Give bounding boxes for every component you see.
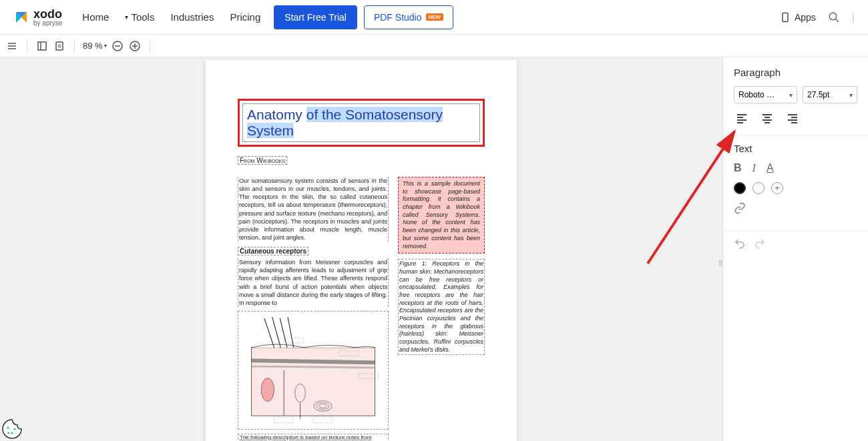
separator bbox=[74, 39, 75, 53]
paragraph-section-title: Paragraph bbox=[734, 67, 857, 78]
document-area[interactable]: Anatomy of the Somatosensory System From… bbox=[0, 57, 722, 441]
underline-button[interactable]: A bbox=[767, 162, 774, 174]
subheading-cutaneous[interactable]: Cutaneous receptors bbox=[238, 247, 308, 256]
svg-point-1 bbox=[785, 20, 785, 21]
font-row: Roboto … ▾ 27.5pt ▾ bbox=[734, 86, 857, 103]
zoom-value: 89 % bbox=[83, 41, 103, 51]
svg-line-15 bbox=[272, 317, 281, 348]
svg-rect-26 bbox=[274, 418, 294, 423]
header: xodo by apryse Home ▾ Tools Industries P… bbox=[0, 0, 868, 35]
chevron-down-icon: ▾ bbox=[849, 91, 853, 99]
svg-point-18 bbox=[261, 378, 274, 402]
svg-line-14 bbox=[264, 318, 274, 348]
logo-subtitle: by apryse bbox=[33, 20, 62, 27]
add-color-button[interactable]: + bbox=[771, 182, 783, 194]
separator bbox=[150, 39, 150, 53]
font-size-select[interactable]: 27.5pt ▾ bbox=[803, 86, 857, 103]
divider bbox=[723, 135, 868, 136]
apps-link[interactable]: Apps bbox=[780, 12, 816, 23]
nav-tools-label: Tools bbox=[131, 11, 154, 23]
svg-rect-27 bbox=[313, 418, 333, 423]
svg-point-30 bbox=[11, 432, 13, 434]
new-badge: NEW bbox=[426, 13, 444, 21]
right-column: This is a sample document to showcase pa… bbox=[398, 177, 485, 441]
nav-pricing[interactable]: Pricing bbox=[230, 11, 260, 23]
font-size-value: 27.5pt bbox=[807, 90, 829, 99]
font-family-select[interactable]: Roboto … ▾ bbox=[734, 86, 797, 103]
cookie-icon[interactable] bbox=[0, 417, 24, 441]
left-column: Our somatosensory system consists of sen… bbox=[238, 177, 389, 441]
svg-rect-6 bbox=[56, 42, 63, 50]
divider-icon: | bbox=[852, 11, 855, 23]
nav-tools[interactable]: ▾ Tools bbox=[125, 11, 154, 23]
chevron-down-icon: ▾ bbox=[789, 91, 793, 99]
svg-point-31 bbox=[14, 428, 16, 430]
svg-point-29 bbox=[7, 427, 9, 429]
svg-rect-4 bbox=[38, 42, 46, 50]
header-right: Apps | bbox=[780, 11, 855, 23]
logo-text: xodo by apryse bbox=[33, 8, 62, 27]
mobile-icon bbox=[780, 12, 791, 23]
search-icon[interactable] bbox=[828, 11, 840, 23]
start-trial-button[interactable]: Start Free Trial bbox=[274, 5, 357, 29]
panel-drag-handle[interactable]: || bbox=[718, 250, 723, 276]
sample-note-box[interactable]: This is a sample document to showcase pa… bbox=[398, 177, 485, 254]
italic-button[interactable]: I bbox=[752, 162, 756, 174]
text-section-title: Text bbox=[734, 143, 857, 154]
figure-skin-receptors[interactable] bbox=[238, 311, 389, 430]
source-line[interactable]: From Wikibooks bbox=[238, 156, 287, 165]
divider bbox=[723, 230, 868, 231]
color-row: + bbox=[734, 182, 857, 194]
properties-panel: || Paragraph Roboto … ▾ 27.5pt ▾ Text B … bbox=[722, 57, 868, 441]
svg-line-3 bbox=[835, 19, 839, 22]
nav-home[interactable]: Home bbox=[82, 11, 109, 23]
nav-industries[interactable]: Industries bbox=[170, 11, 214, 23]
undo-redo-group bbox=[734, 238, 857, 250]
logo-name: xodo bbox=[33, 8, 62, 20]
figure-caption[interactable]: Figure 1: Receptors in the human skin: M… bbox=[398, 259, 485, 355]
color-swatch-black[interactable] bbox=[734, 182, 746, 194]
align-left-button[interactable] bbox=[734, 110, 750, 126]
svg-point-7 bbox=[58, 45, 61, 47]
figure-label: Figure 1: bbox=[399, 260, 427, 267]
title-input[interactable]: Anatomy of the Somatosensory System bbox=[242, 103, 480, 142]
zoom-out-icon[interactable] bbox=[111, 39, 124, 53]
undo-button[interactable] bbox=[734, 238, 746, 250]
svg-point-2 bbox=[829, 13, 837, 20]
footnote[interactable]: The following description is based on le… bbox=[238, 434, 389, 441]
separator bbox=[27, 39, 27, 53]
chevron-down-icon: ▾ bbox=[104, 43, 107, 49]
svg-rect-23 bbox=[284, 338, 303, 343]
align-center-button[interactable] bbox=[759, 110, 775, 126]
main: Anatomy of the Somatosensory System From… bbox=[0, 57, 868, 441]
pdf-studio-button[interactable]: PDF Studio NEW bbox=[364, 5, 453, 29]
apps-label: Apps bbox=[795, 12, 816, 23]
page-view-icon[interactable] bbox=[53, 39, 66, 53]
color-swatch-none[interactable] bbox=[752, 182, 765, 194]
title-edit-highlight: Anatomy of the Somatosensory System bbox=[238, 99, 485, 147]
pdf-studio-label: PDF Studio bbox=[374, 12, 422, 23]
logo[interactable]: xodo by apryse bbox=[13, 8, 62, 27]
align-right-button[interactable] bbox=[785, 110, 801, 126]
bold-button[interactable]: B bbox=[734, 162, 742, 174]
font-family-value: Roboto … bbox=[738, 90, 775, 99]
zoom-in-icon[interactable] bbox=[128, 39, 142, 53]
svg-point-32 bbox=[8, 432, 10, 434]
nav: Home ▾ Tools Industries Pricing bbox=[82, 11, 260, 23]
body-paragraph-2[interactable]: Sensory information from Meissner corpus… bbox=[238, 258, 389, 307]
text-style-tools: B I A bbox=[734, 162, 857, 174]
link-button[interactable] bbox=[734, 202, 746, 214]
zoom-level[interactable]: 89 % ▾ bbox=[83, 41, 107, 51]
page: Anatomy of the Somatosensory System From… bbox=[206, 60, 517, 441]
figure-caption-text: Receptors in the human skin: Mechanorece… bbox=[399, 260, 483, 353]
xodo-logo-icon bbox=[13, 9, 29, 25]
align-group bbox=[734, 110, 857, 126]
redo-button[interactable] bbox=[754, 238, 766, 250]
title-text-plain: Anatomy bbox=[247, 107, 306, 122]
chevron-down-icon: ▾ bbox=[125, 13, 128, 21]
menu-icon[interactable] bbox=[5, 39, 19, 53]
toolbar: 89 % ▾ bbox=[0, 35, 868, 57]
columns: Our somatosensory system consists of sen… bbox=[238, 177, 485, 441]
panel-toggle-icon[interactable] bbox=[35, 39, 49, 53]
body-paragraph-1[interactable]: Our somatosensory system consists of sen… bbox=[238, 177, 389, 242]
